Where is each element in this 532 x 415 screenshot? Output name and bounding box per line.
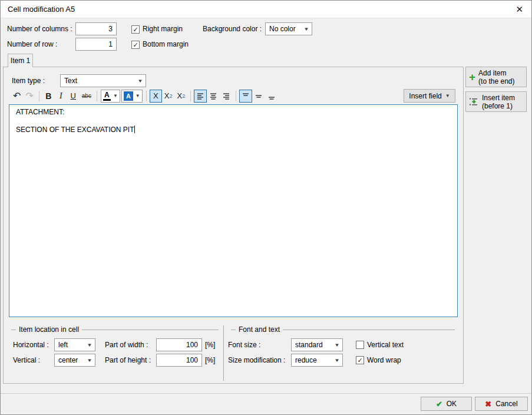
vertical-text-label: Vertical text <box>367 338 404 351</box>
rows-input[interactable]: 1 <box>75 38 117 51</box>
toolbar-separator <box>97 91 97 101</box>
highlight-color-icon: A <box>124 91 133 101</box>
item-type-select[interactable]: Text ▼ <box>60 74 146 87</box>
cell-modification-dialog: Cell modification A5 ✕ Number of columns… <box>0 0 532 415</box>
size-modification-select[interactable]: reduce ▼ <box>291 354 343 367</box>
normal-script-button[interactable]: X <box>150 90 162 103</box>
bg-color-select[interactable]: No color ▼ <box>265 22 312 35</box>
align-left-button[interactable] <box>194 90 207 103</box>
add-item-button[interactable]: + Add item (to the end) <box>465 67 527 87</box>
undo-icon: ↶ <box>13 90 21 101</box>
align-center-icon <box>209 92 217 100</box>
align-right-button[interactable] <box>220 90 233 103</box>
chevron-down-icon: ▼ <box>87 342 92 348</box>
cancel-button[interactable]: ✖ Cancel <box>475 397 528 411</box>
size-modification-label: Size modification : <box>228 354 285 367</box>
toolbar-separator <box>39 91 39 101</box>
vertical-value: center <box>58 356 78 364</box>
valign-bottom-button[interactable] <box>265 90 278 103</box>
right-margin-checkbox[interactable]: ✓ <box>131 25 140 34</box>
insert-item-button[interactable]: Insert item (before 1) <box>465 91 527 112</box>
formatting-toolbar: ↶ ↷ B I U abc A ▼ A ▼ X X2 X2 <box>11 89 278 103</box>
ok-button[interactable]: ✔ OK <box>421 397 472 411</box>
right-margin-label: Right margin <box>143 22 183 35</box>
redo-button[interactable]: ↷ <box>23 90 35 103</box>
horizontal-select[interactable]: left ▼ <box>54 338 95 351</box>
bg-color-value: No color <box>269 25 296 33</box>
subscript-button[interactable]: X2 <box>162 90 175 103</box>
bold-button[interactable]: B <box>42 90 55 103</box>
italic-button[interactable]: I <box>55 90 67 103</box>
normal-script-icon: X <box>153 91 158 100</box>
word-wrap-label: Word wrap <box>367 354 401 367</box>
window-title: Cell modification A5 <box>8 5 75 14</box>
vertical-select[interactable]: center ▼ <box>54 354 95 367</box>
item-location-group-title: Item location in cell <box>19 325 79 334</box>
subscript-digit: 2 <box>169 93 172 99</box>
editor-blank-line <box>16 117 451 126</box>
part-of-height-input[interactable]: 100 <box>156 354 202 367</box>
toolbar-separator <box>190 91 191 101</box>
text-editor[interactable]: ATTACHMENT: SECTION OF THE EXCAVATION PI… <box>9 104 458 317</box>
insert-field-button[interactable]: Insert field ▼ <box>404 89 455 103</box>
percent-unit: [%] <box>205 338 215 351</box>
chevron-down-icon: ▼ <box>445 93 450 98</box>
font-color-button[interactable]: A ▼ <box>101 90 120 103</box>
strikethrough-button[interactable]: abc <box>80 90 94 103</box>
align-right-icon <box>222 92 230 100</box>
font-text-group-title: Font and text <box>239 325 280 334</box>
valign-top-icon <box>242 92 250 100</box>
font-size-value: standard <box>295 341 323 349</box>
word-wrap-checkbox[interactable]: ✓ <box>356 356 364 364</box>
editor-line: ATTACHMENT: <box>16 108 451 117</box>
part-of-width-input[interactable]: 100 <box>156 338 202 351</box>
check-icon: ✓ <box>133 27 138 33</box>
titlebar: Cell modification A5 ✕ <box>1 1 531 18</box>
font-size-label: Font size : <box>228 338 260 351</box>
tab-label: Item 1 <box>11 57 30 65</box>
item-location-group-header: Item location in cell <box>11 325 219 334</box>
tab-item-1[interactable]: Item 1 <box>8 54 33 67</box>
close-icon[interactable]: ✕ <box>516 5 523 14</box>
item-panel: Item type : Text ▼ ↶ ↷ B I U abc A ▼ A <box>3 67 464 384</box>
check-icon: ✓ <box>357 357 362 364</box>
insert-item-label: Insert item (before 1) <box>482 94 515 110</box>
chevron-down-icon: ▼ <box>137 78 143 84</box>
size-modification-value: reduce <box>295 356 317 364</box>
columns-input[interactable]: 3 <box>75 22 117 35</box>
horizontal-value: left <box>58 341 68 349</box>
chevron-down-icon: ▼ <box>113 93 118 98</box>
group-divider <box>223 325 224 381</box>
font-color-icon: A <box>103 91 111 101</box>
chevron-down-icon: ▼ <box>87 358 92 363</box>
font-text-group-header: Font and text <box>231 325 455 334</box>
vertical-text-checkbox[interactable] <box>356 341 364 349</box>
valign-center-button[interactable] <box>252 90 265 103</box>
rows-label: Number of row : <box>7 38 57 51</box>
undo-button[interactable]: ↶ <box>11 90 23 103</box>
subscript-icon: X <box>164 91 170 100</box>
superscript-digit: 2 <box>182 93 185 99</box>
font-size-select[interactable]: standard ▼ <box>291 338 343 351</box>
cancel-label: Cancel <box>495 400 517 408</box>
toolbar-separator <box>146 91 147 101</box>
plus-icon: + <box>469 71 475 83</box>
ok-check-icon: ✔ <box>436 400 442 409</box>
bottom-margin-label: Bottom margin <box>143 38 189 51</box>
toolbar-separator <box>236 91 236 101</box>
chevron-down-icon: ▼ <box>303 27 309 32</box>
insert-field-label: Insert field <box>409 92 441 100</box>
underline-button[interactable]: U <box>67 90 80 103</box>
valign-top-button[interactable] <box>239 90 252 103</box>
align-left-icon <box>196 92 204 100</box>
highlight-color-button[interactable]: A ▼ <box>121 90 143 103</box>
columns-label: Number of columns : <box>7 22 72 35</box>
item-type-value: Text <box>64 77 77 85</box>
horizontal-label: Horizontal : <box>13 338 49 351</box>
rows-value: 1 <box>108 40 113 48</box>
align-center-button[interactable] <box>207 90 220 103</box>
superscript-button[interactable]: X2 <box>174 90 187 103</box>
percent-unit: [%] <box>205 354 215 367</box>
bottom-margin-checkbox[interactable]: ✓ <box>131 41 140 49</box>
item-type-label: Item type : <box>12 74 45 87</box>
